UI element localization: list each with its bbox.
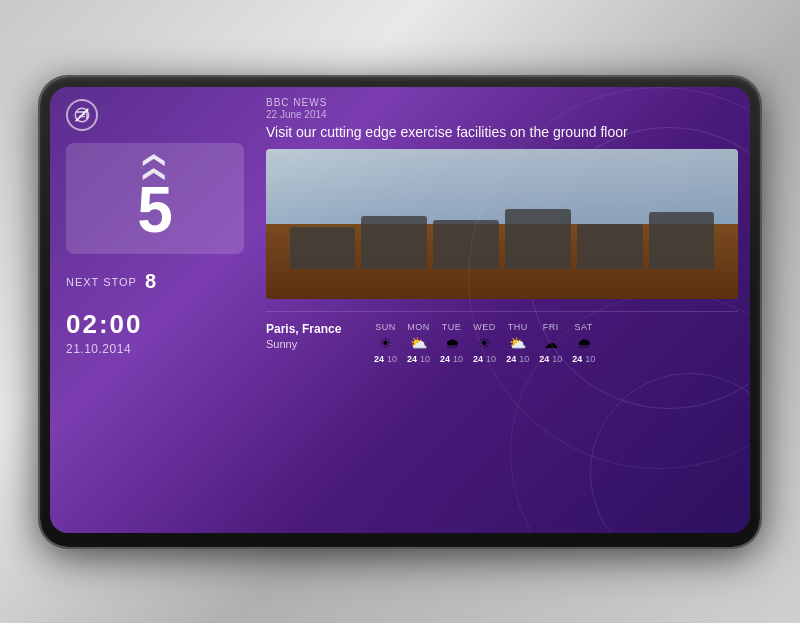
day-label: MON — [407, 322, 430, 332]
weather-day-item: WED ☀ 24 10 — [473, 322, 496, 364]
temp-low: 10 — [552, 354, 562, 364]
weather-icon: 🌧 — [577, 335, 591, 351]
weather-day-item: MON ⛅ 24 10 — [407, 322, 430, 364]
temp-row: 24 10 — [440, 354, 463, 364]
temp-high: 24 — [440, 354, 450, 364]
temp-low: 10 — [453, 354, 463, 364]
temp-low: 10 — [387, 354, 397, 364]
weather-icon: 🌧 — [445, 335, 459, 351]
temp-low: 10 — [519, 354, 529, 364]
news-section: BBC NEWS 22 June 2014 Visit our cutting … — [266, 97, 738, 141]
date-display: 21.10.2014 — [66, 342, 244, 356]
gym-image — [266, 149, 738, 299]
temp-low: 10 — [420, 354, 430, 364]
direction-up-icon: ❮❮ — [145, 150, 165, 178]
weather-icon: ☀ — [379, 335, 392, 351]
temp-row: 24 10 — [506, 354, 529, 364]
weather-section: Paris, France Sunny SUN ☀ 24 10 MON ⛅ 24… — [266, 316, 738, 368]
day-label: SAT — [575, 322, 593, 332]
floor-display-box: ❮❮ 5 — [66, 143, 244, 255]
weather-day-item: TUE 🌧 24 10 — [440, 322, 463, 364]
day-label: TUE — [442, 322, 462, 332]
next-stop-row: NEXT STOP 8 — [66, 270, 244, 293]
temp-high: 24 — [407, 354, 417, 364]
news-source: BBC NEWS — [266, 97, 738, 108]
temp-row: 24 10 — [473, 354, 496, 364]
weather-days: SUN ☀ 24 10 MON ⛅ 24 10 TUE 🌧 24 10 WED … — [374, 322, 738, 364]
no-smoking-icon — [66, 99, 98, 131]
weather-icon: ☀ — [478, 335, 491, 351]
weather-icon: ⛅ — [410, 335, 427, 351]
weather-icon: ☁ — [544, 335, 558, 351]
news-date: 22 June 2014 — [266, 109, 738, 120]
weather-day-item: FRI ☁ 24 10 — [539, 322, 562, 364]
next-stop-value: 8 — [145, 270, 156, 293]
weather-city: Paris, France — [266, 322, 366, 336]
temp-low: 10 — [486, 354, 496, 364]
weather-location: Paris, France Sunny — [266, 322, 366, 356]
temp-high: 24 — [506, 354, 516, 364]
temp-high: 24 — [539, 354, 549, 364]
time-display: 02:00 — [66, 309, 244, 340]
temp-row: 24 10 — [407, 354, 430, 364]
temp-high: 24 — [473, 354, 483, 364]
temp-high: 24 — [572, 354, 582, 364]
temp-row: 24 10 — [572, 354, 595, 364]
temp-low: 10 — [585, 354, 595, 364]
day-label: FRI — [543, 322, 559, 332]
temp-high: 24 — [374, 354, 384, 364]
device-frame: ❮❮ 5 NEXT STOP 8 02:00 21.10.2014 BBC NE… — [40, 77, 760, 547]
weather-condition: Sunny — [266, 338, 366, 350]
weather-day-item: SUN ☀ 24 10 — [374, 322, 397, 364]
left-panel: ❮❮ 5 NEXT STOP 8 02:00 21.10.2014 — [50, 87, 260, 533]
weather-day-item: SAT 🌧 24 10 — [572, 322, 595, 364]
day-label: THU — [508, 322, 528, 332]
current-floor: 5 — [137, 178, 173, 242]
day-label: WED — [473, 322, 496, 332]
temp-row: 24 10 — [539, 354, 562, 364]
svg-point-0 — [75, 108, 89, 122]
weather-icon: ⛅ — [509, 335, 526, 351]
temp-row: 24 10 — [374, 354, 397, 364]
svg-line-1 — [76, 109, 88, 121]
next-stop-label: NEXT STOP — [66, 276, 137, 288]
screen: ❮❮ 5 NEXT STOP 8 02:00 21.10.2014 BBC NE… — [50, 87, 750, 533]
news-headline: Visit our cutting edge exercise faciliti… — [266, 123, 738, 141]
day-label: SUN — [375, 322, 396, 332]
right-panel: BBC NEWS 22 June 2014 Visit our cutting … — [260, 87, 750, 533]
weather-day-item: THU ⛅ 24 10 — [506, 322, 529, 364]
